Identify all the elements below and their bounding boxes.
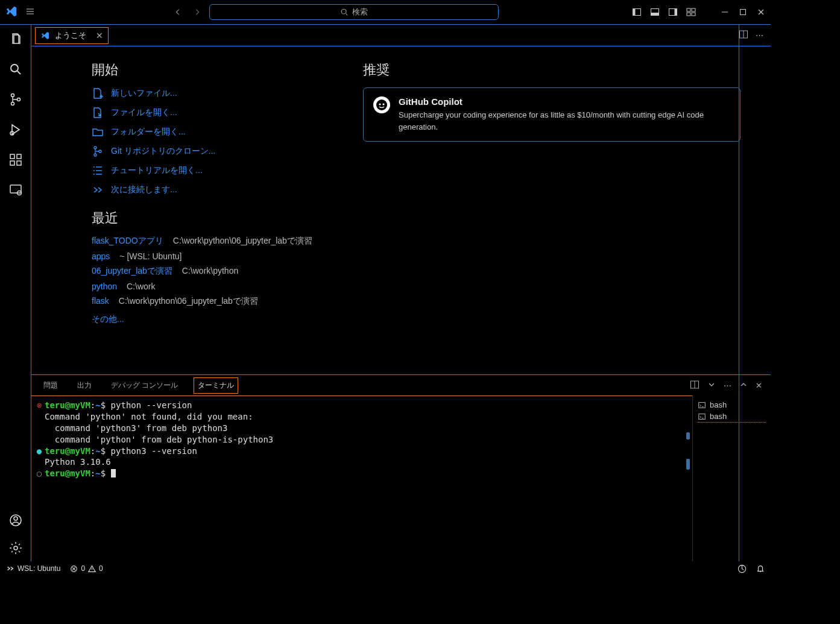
layout-customize-icon[interactable] xyxy=(686,7,696,17)
tab-welcome-label: ようこそ xyxy=(55,30,86,41)
svg-point-32 xyxy=(382,103,384,105)
activity-bar xyxy=(0,25,31,561)
start-open-file[interactable]: ファイルを開く... xyxy=(92,107,357,119)
svg-rect-21 xyxy=(10,185,21,193)
panel-tab-output[interactable]: 出力 xyxy=(74,378,95,393)
svg-rect-4 xyxy=(651,13,659,16)
explorer-icon[interactable] xyxy=(7,31,24,48)
window-maximize-icon[interactable] xyxy=(738,7,748,17)
svg-rect-11 xyxy=(741,10,746,15)
svg-rect-17 xyxy=(10,154,14,159)
terminal[interactable]: ⊗teru@myVM:~$ python --version Command '… xyxy=(31,396,692,561)
terminal-list-item[interactable]: bash xyxy=(698,411,766,423)
svg-point-14 xyxy=(11,102,14,106)
recommend-section-title: 推奨 xyxy=(363,61,741,79)
start-connect-to[interactable]: 次に接続します... xyxy=(92,184,357,196)
svg-point-12 xyxy=(11,65,18,72)
terminal-list-item[interactable]: bash xyxy=(698,399,766,411)
open-file-icon xyxy=(92,107,104,119)
svg-point-29 xyxy=(99,150,101,153)
recent-item[interactable]: pythonC:\work xyxy=(92,282,357,291)
vscode-logo-icon xyxy=(5,5,18,20)
source-control-icon[interactable] xyxy=(7,91,24,108)
svg-rect-2 xyxy=(633,9,636,16)
svg-rect-8 xyxy=(692,8,695,11)
folder-icon xyxy=(92,126,104,138)
svg-rect-19 xyxy=(17,161,21,165)
editor-group: ようこそ ✕ ⋯ 開始 新しいファイル... ファイルを開く... xyxy=(31,25,771,561)
recent-item-path: C:\work xyxy=(127,282,155,291)
svg-point-25 xyxy=(14,546,17,550)
panel-tab-problems[interactable]: 問題 xyxy=(40,378,62,393)
tab-close-icon[interactable]: ✕ xyxy=(96,31,103,40)
svg-point-15 xyxy=(17,98,20,101)
command-center-search[interactable]: 検索 xyxy=(209,4,499,20)
panel-chevron-down-icon[interactable] xyxy=(708,381,715,390)
panel-tab-debug-console[interactable]: デバッグ コンソール xyxy=(107,378,182,393)
accounts-icon[interactable] xyxy=(7,512,24,529)
run-debug-icon[interactable] xyxy=(7,121,24,138)
recent-item[interactable]: flaskC:\work\python\06_jupyter_labで演習 xyxy=(92,296,357,307)
problems-indicator[interactable]: 0 0 xyxy=(70,564,103,573)
start-section-title: 開始 xyxy=(92,61,357,79)
settings-gear-icon[interactable] xyxy=(7,540,24,556)
layout-sidebar-right-icon[interactable] xyxy=(668,7,678,17)
panel-more-icon[interactable]: ⋯ xyxy=(724,381,731,390)
copilot-title: GitHub Copilot xyxy=(399,96,730,107)
svg-point-31 xyxy=(379,103,381,105)
git-clone-icon xyxy=(92,145,104,157)
svg-rect-7 xyxy=(687,8,690,11)
more-actions-icon[interactable]: ⋯ xyxy=(756,31,763,40)
split-editor-icon[interactable] xyxy=(739,30,748,41)
svg-rect-20 xyxy=(17,154,21,159)
recent-more-link[interactable]: その他... xyxy=(92,314,124,325)
layout-panel-icon[interactable] xyxy=(650,7,660,17)
recent-item-path: ~ [WSL: Ubuntu] xyxy=(119,251,182,261)
svg-point-28 xyxy=(94,154,96,156)
nav-back-icon[interactable] xyxy=(171,5,185,19)
start-clone-repo[interactable]: Git リポジトリのクローン... xyxy=(92,145,357,157)
editor-tabs-row: ようこそ ✕ ⋯ xyxy=(31,25,771,46)
copilot-card[interactable]: GitHub Copilot Supercharge your coding e… xyxy=(363,87,741,142)
panel-close-icon[interactable]: ✕ xyxy=(756,381,762,390)
notifications-bell-icon[interactable] xyxy=(756,564,765,573)
recent-item[interactable]: apps~ [WSL: Ubuntu] xyxy=(92,251,357,261)
window-minimize-icon[interactable] xyxy=(720,7,730,17)
hamburger-menu-icon[interactable] xyxy=(23,4,37,20)
remote-explorer-icon[interactable] xyxy=(7,181,24,198)
nav-forward-icon[interactable] xyxy=(190,5,204,19)
svg-point-24 xyxy=(14,517,17,520)
start-open-tutorial[interactable]: チュートリアルを開く... xyxy=(92,165,357,177)
svg-point-30 xyxy=(376,99,387,110)
tab-welcome[interactable]: ようこそ ✕ xyxy=(35,27,109,44)
panel: 問題 出力 デバッグ コンソール ターミナル ⋯ ✕ ⊗teru@myVM:~$… xyxy=(31,374,771,561)
layout-sidebar-left-icon[interactable] xyxy=(632,7,642,17)
recent-item-path: C:\work\python\06_jupyter_labで演習 xyxy=(119,296,258,307)
recent-item-name: 06_jupyter_labで演習 xyxy=(92,266,172,277)
recent-section-title: 最近 xyxy=(92,209,357,227)
recent-item-name: python xyxy=(92,282,117,291)
recent-item[interactable]: flask_TODOアプリC:\work\python\06_jupyter_l… xyxy=(92,236,357,247)
recent-item-path: C:\work\python xyxy=(182,266,238,277)
remote-indicator[interactable]: WSL: Ubuntu xyxy=(6,564,60,573)
recent-item[interactable]: 06_jupyter_labで演習C:\work\python xyxy=(92,266,357,277)
start-open-folder[interactable]: フォルダーを開く... xyxy=(92,126,357,138)
svg-rect-6 xyxy=(675,9,677,16)
extensions-icon[interactable] xyxy=(7,151,24,168)
remote-connect-icon xyxy=(92,184,104,196)
copilot-desc: Supercharge your coding experience for a… xyxy=(399,109,730,133)
recent-item-name: flask_TODOアプリ xyxy=(92,236,163,247)
titlebar: 検索 xyxy=(0,0,771,24)
start-new-file[interactable]: 新しいファイル... xyxy=(92,87,357,99)
new-file-icon xyxy=(92,87,104,99)
panel-maximize-icon[interactable] xyxy=(740,381,747,390)
panel-split-icon[interactable] xyxy=(690,380,699,391)
panel-tab-terminal[interactable]: ターミナル xyxy=(194,377,238,394)
recent-item-name: apps xyxy=(92,251,110,261)
terminal-list: bash bash xyxy=(692,396,771,561)
search-icon[interactable] xyxy=(7,61,24,78)
feedback-icon[interactable] xyxy=(737,564,747,573)
checklist-icon xyxy=(92,165,104,177)
svg-point-13 xyxy=(11,94,14,97)
window-close-icon[interactable] xyxy=(756,7,766,17)
